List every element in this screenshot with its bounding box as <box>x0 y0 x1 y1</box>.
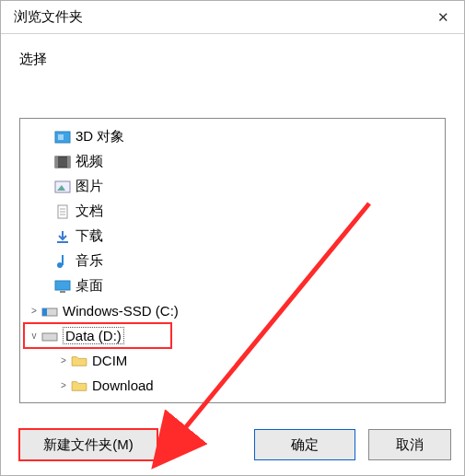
svg-rect-18 <box>42 333 57 341</box>
close-button[interactable]: ✕ <box>422 1 464 34</box>
dialog-body: 选择 3D 对象 视频 图片 文档 <box>1 34 464 412</box>
tree-item-label: 桌面 <box>76 277 103 295</box>
tree-item-label: 下载 <box>76 227 103 245</box>
ok-button[interactable]: 确定 <box>254 429 355 460</box>
tree-item-label: 音乐 <box>76 252 103 270</box>
documents-icon <box>53 203 72 220</box>
tree-item-documents[interactable]: 文档 <box>24 199 445 224</box>
tree-item-label: 图片 <box>76 178 103 195</box>
expander-icon[interactable]: > <box>57 355 70 366</box>
tree-item-folder-download[interactable]: > Download <box>24 373 445 398</box>
new-folder-button[interactable]: 新建文件夹(M) <box>19 429 157 460</box>
expander-icon[interactable]: > <box>28 306 41 316</box>
tree-item-label: 视频 <box>76 153 103 170</box>
tree-item-label: Download <box>92 377 154 393</box>
close-icon: ✕ <box>437 9 449 26</box>
tree-item-drive-c[interactable]: > Windows-SSD (C:) <box>24 298 445 323</box>
svg-rect-3 <box>55 157 58 168</box>
expander-icon[interactable]: v <box>28 331 41 341</box>
dialog-title: 浏览文件夹 <box>14 8 83 26</box>
button-row: 新建文件夹(M) 确定 取消 <box>19 429 464 460</box>
prompt-label: 选择 <box>19 51 446 68</box>
browse-folder-dialog: 浏览文件夹 ✕ 选择 3D 对象 视频 图片 <box>0 0 465 476</box>
svg-rect-1 <box>58 134 64 140</box>
tree-item-folder-mysoftware[interactable]: > MySoftware <box>24 398 445 403</box>
svg-rect-15 <box>60 291 65 293</box>
tree-item-label: 3D 对象 <box>76 128 124 145</box>
drive-icon <box>41 303 59 319</box>
svg-rect-13 <box>62 255 64 265</box>
tree-item-label: DCIM <box>92 353 127 368</box>
pictures-icon <box>53 179 72 195</box>
desktop-icon <box>53 278 72 295</box>
expander-icon[interactable]: > <box>57 380 70 390</box>
folder-icon <box>70 353 88 369</box>
folder-tree[interactable]: 3D 对象 视频 图片 文档 下载 <box>19 118 446 403</box>
video-icon <box>53 154 72 170</box>
tree-item-folder-dcim[interactable]: > DCIM <box>24 348 445 373</box>
svg-rect-17 <box>42 308 47 316</box>
tree-item-label: Windows-SSD (C:) <box>63 303 179 319</box>
svg-rect-14 <box>55 281 70 290</box>
tree-item-label: MySoftware <box>92 402 165 403</box>
folder-icon <box>70 402 88 404</box>
3dobjects-icon <box>53 129 72 145</box>
cancel-button[interactable]: 取消 <box>368 429 451 460</box>
tree-item-label: 文档 <box>76 203 103 220</box>
tree-item-videos[interactable]: 视频 <box>24 149 445 174</box>
tree-item-pictures[interactable]: 图片 <box>24 174 445 199</box>
tree-item-3dobjects[interactable]: 3D 对象 <box>24 124 445 149</box>
drive-icon <box>41 328 59 344</box>
tree-item-desktop[interactable]: 桌面 <box>24 273 445 298</box>
folder-icon <box>70 377 88 394</box>
titlebar: 浏览文件夹 ✕ <box>1 1 464 34</box>
tree-item-music[interactable]: 音乐 <box>24 249 445 273</box>
music-icon <box>53 253 72 270</box>
tree-item-downloads[interactable]: 下载 <box>24 224 445 249</box>
tree-item-drive-d[interactable]: v Data (D:) <box>24 323 171 348</box>
svg-rect-4 <box>67 157 70 168</box>
downloads-icon <box>53 228 72 245</box>
tree-item-label: Data (D:) <box>63 327 124 344</box>
